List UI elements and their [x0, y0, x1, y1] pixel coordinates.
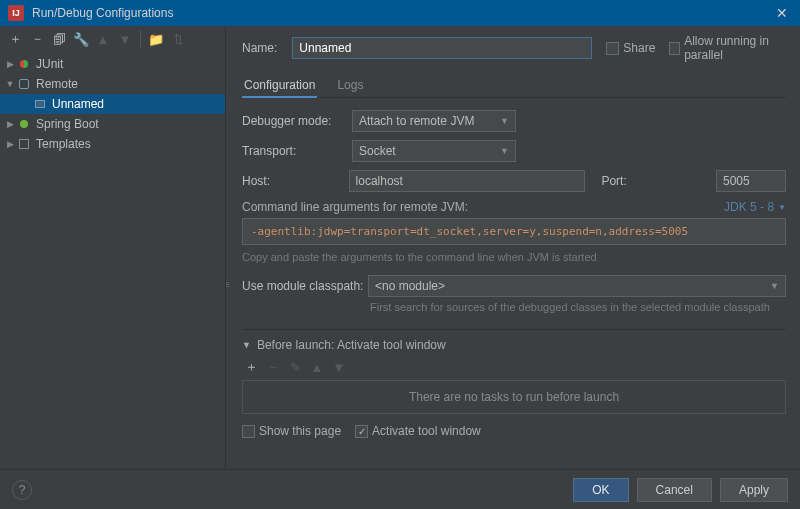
before-launch-toolbar: ＋ － ✎ ▲ ▼	[242, 358, 786, 376]
remote-config-icon	[32, 96, 48, 112]
separator	[242, 329, 786, 330]
copy-icon[interactable]: 🗐	[50, 30, 68, 48]
before-launch-header[interactable]: ▼ Before launch: Activate tool window	[242, 338, 786, 352]
host-label: Host:	[242, 174, 349, 188]
sidebar: ＋ － 🗐 🔧 ▲ ▼ 📁 ⇅ ▶ JUnit ▼ Remote Unn	[0, 26, 226, 469]
tree-label: Spring Boot	[36, 117, 99, 131]
module-classpath-select[interactable]: <no module>▼	[368, 275, 786, 297]
jdk-version-link[interactable]: JDK 5 - 8▼	[724, 200, 786, 214]
chevron-down-icon: ▼	[242, 340, 251, 350]
port-label: Port:	[601, 174, 708, 188]
remote-icon	[16, 76, 32, 92]
tabs: Configuration Logs	[242, 74, 786, 98]
add-icon[interactable]: ＋	[6, 30, 24, 48]
app-icon: IJ	[8, 5, 24, 21]
port-input[interactable]	[716, 170, 786, 192]
titlebar: IJ Run/Debug Configurations ✕	[0, 0, 800, 26]
chevron-down-icon: ▼	[762, 281, 779, 291]
close-icon[interactable]: ✕	[772, 5, 792, 21]
activate-tool-window-checkbox[interactable]: ✓Activate tool window	[355, 424, 481, 438]
host-input[interactable]	[349, 170, 586, 192]
chevron-right-icon: ▶	[4, 139, 16, 149]
window-title: Run/Debug Configurations	[32, 6, 772, 20]
add-icon[interactable]: ＋	[242, 358, 260, 376]
tree-item-springboot[interactable]: ▶ Spring Boot	[0, 114, 225, 134]
share-checkbox[interactable]: Share	[606, 41, 655, 55]
up-icon[interactable]: ▲	[94, 30, 112, 48]
transport-select[interactable]: Socket▼	[352, 140, 516, 162]
show-page-checkbox[interactable]: Show this page	[242, 424, 341, 438]
module-classpath-label: Use module classpath:	[242, 275, 368, 293]
parallel-checkbox[interactable]: Allow running in parallel	[669, 34, 786, 62]
tree-item-remote[interactable]: ▼ Remote	[0, 74, 225, 94]
name-label: Name:	[242, 41, 292, 55]
content-panel: Name: Share Allow running in parallel Co…	[226, 26, 800, 469]
footer: ? OK Cancel Apply	[0, 469, 800, 509]
tree-item-templates[interactable]: ▶ Templates	[0, 134, 225, 154]
tab-configuration[interactable]: Configuration	[242, 74, 317, 98]
apply-button[interactable]: Apply	[720, 478, 788, 502]
module-classpath-hint: First search for sources of the debugged…	[368, 297, 786, 313]
remove-icon[interactable]: －	[28, 30, 46, 48]
down-icon[interactable]: ▼	[116, 30, 134, 48]
debugger-mode-select[interactable]: Attach to remote JVM▼	[352, 110, 516, 132]
config-tree: ▶ JUnit ▼ Remote Unnamed ▶ Spring Boot ▶	[0, 52, 225, 469]
chevron-down-icon: ▼	[778, 203, 786, 212]
cancel-button[interactable]: Cancel	[637, 478, 712, 502]
cmd-args-box[interactable]: -agentlib:jdwp=transport=dt_socket,serve…	[242, 218, 786, 245]
tree-label: Remote	[36, 77, 78, 91]
junit-icon	[16, 56, 32, 72]
chevron-right-icon: ▶	[4, 119, 16, 129]
wrench-icon[interactable]: 🔧	[72, 30, 90, 48]
ok-button[interactable]: OK	[573, 478, 628, 502]
cmd-args-hint: Copy and paste the arguments to the comm…	[242, 251, 786, 263]
separator	[140, 31, 141, 47]
help-button[interactable]: ?	[12, 480, 32, 500]
tree-label: JUnit	[36, 57, 63, 71]
chevron-right-icon: ▶	[4, 59, 16, 69]
sort-icon[interactable]: ⇅	[169, 30, 187, 48]
sidebar-toolbar: ＋ － 🗐 🔧 ▲ ▼ 📁 ⇅	[0, 26, 225, 52]
tree-item-unnamed[interactable]: Unnamed	[0, 94, 225, 114]
tree-item-junit[interactable]: ▶ JUnit	[0, 54, 225, 74]
spring-icon	[16, 116, 32, 132]
debugger-mode-label: Debugger mode:	[242, 114, 352, 128]
name-input[interactable]	[292, 37, 592, 59]
transport-label: Transport:	[242, 144, 352, 158]
cmd-args-label: Command line arguments for remote JVM:	[242, 200, 468, 214]
tree-label: Templates	[36, 137, 91, 151]
tab-logs[interactable]: Logs	[335, 74, 365, 97]
chevron-down-icon: ▼	[492, 146, 509, 156]
templates-icon	[16, 136, 32, 152]
chevron-down-icon: ▼	[492, 116, 509, 126]
tree-label: Unnamed	[52, 97, 104, 111]
check-icon: ✓	[355, 425, 368, 438]
before-launch-tasks: There are no tasks to run before launch	[242, 380, 786, 414]
remove-icon[interactable]: －	[264, 358, 282, 376]
down-icon[interactable]: ▼	[330, 358, 348, 376]
up-icon[interactable]: ▲	[308, 358, 326, 376]
edit-icon[interactable]: ✎	[286, 358, 304, 376]
chevron-down-icon: ▼	[4, 79, 16, 89]
folder-icon[interactable]: 📁	[147, 30, 165, 48]
